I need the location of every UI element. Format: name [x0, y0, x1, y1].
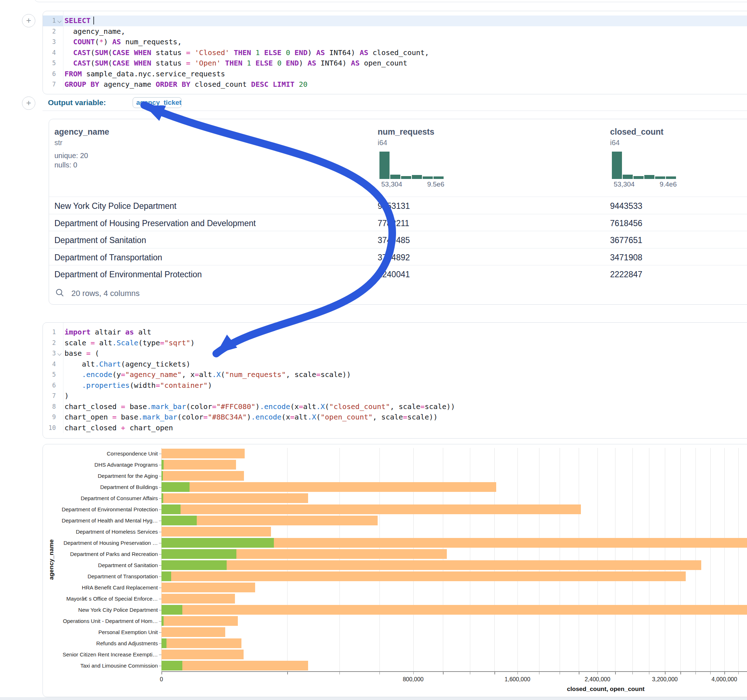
histogram-bar — [380, 152, 390, 179]
table-row[interactable]: Department of Environmental Protection22… — [49, 265, 747, 282]
chart-y-tick-label: Taxi and Limousine Commission — [50, 660, 158, 671]
chart-bar-open_count — [162, 616, 163, 626]
column-header-agency-name[interactable]: agency_name — [54, 127, 109, 137]
chart-bar-open_count — [162, 560, 227, 570]
previous-cell-edge — [34, 0, 747, 2]
chart-y-tick — [159, 632, 162, 633]
fold-spacer — [58, 73, 61, 75]
code-line[interactable]: 1SELECT — [43, 15, 747, 26]
code-line[interactable]: 3 COUNT(*) AS num_requests, — [43, 37, 747, 48]
chart-y-tick — [159, 465, 162, 465]
code-line[interactable]: 5 .encode(y="agency_name", x=alt.X("num_… — [43, 370, 747, 380]
chart-gridline — [649, 448, 649, 671]
code-line[interactable]: 7) — [43, 391, 747, 401]
chart-x-tick — [724, 672, 725, 674]
chart-bar-open_count — [162, 471, 163, 481]
chart-bar-open_count — [162, 549, 236, 559]
chart-x-tick — [470, 672, 470, 674]
chart-y-tick-label: Department for the Aging — [50, 470, 158, 481]
table-cell: 2240041 — [378, 270, 410, 279]
histogram-bar — [612, 152, 622, 179]
python-cell[interactable]: 1import altair as alt2scale = alt.Scale(… — [42, 322, 747, 439]
line-number: 5 — [43, 58, 56, 69]
sql-cell[interactable]: 1SELECT2 agency_name,3 COUNT(*) AS num_r… — [42, 11, 747, 94]
table-row[interactable]: Department of Sanitation37494853677651 — [49, 231, 747, 248]
code-line[interactable]: 2scale = alt.Scale(type="sqrt") — [43, 338, 747, 348]
table-cell: 3749485 — [378, 235, 410, 245]
histogram-bar — [655, 177, 665, 179]
chart-y-tick-label: Department of Health and Mental Hyg… — [50, 515, 158, 526]
chart-bar-open_count — [162, 493, 163, 503]
code-line[interactable]: 10chart_closed + chart_open — [43, 423, 747, 433]
add-cell-button-top[interactable]: + — [22, 14, 35, 27]
text-cursor — [93, 17, 94, 24]
histogram-bar — [644, 175, 655, 179]
chart-bar-open_count — [162, 504, 180, 514]
line-number: 9 — [43, 412, 56, 423]
code-line[interactable]: 6FROM sample_data.nyc.service_requests — [43, 69, 747, 80]
histogram-bar — [401, 176, 411, 179]
code-line[interactable]: 3base = ( — [43, 348, 747, 359]
code-line[interactable]: 2 agency_name, — [43, 26, 747, 37]
line-number: 6 — [43, 69, 56, 80]
code-line[interactable]: 7GROUP BY agency_name ORDER BY closed_co… — [43, 79, 747, 90]
code-line[interactable]: 8chart_closed = base.mark_bar(color="#FF… — [43, 401, 747, 412]
chart-gridline — [665, 448, 665, 671]
chart-bar-closed_count — [162, 482, 496, 492]
row-column-count: 20 rows, 4 columns — [71, 289, 140, 298]
fold-spacer — [58, 373, 61, 376]
chart-y-tick-label: Correspondence Unit — [50, 448, 158, 459]
search-icon[interactable] — [55, 288, 65, 297]
chart-y-tick — [159, 666, 162, 666]
chart-bar-open_count — [162, 460, 163, 470]
python-code-editor[interactable]: 1import altair as alt2scale = alt.Scale(… — [43, 323, 747, 433]
sql-code-editor[interactable]: 1SELECT2 agency_name,3 COUNT(*) AS num_r… — [43, 11, 747, 90]
table-cell: 3471908 — [610, 253, 643, 262]
column-header-num-requests[interactable]: num_requests — [378, 127, 434, 137]
chart-x-tick — [579, 672, 579, 674]
column-header-closed-count[interactable]: closed_count — [610, 127, 664, 137]
chart-y-tick — [159, 610, 162, 610]
chart-bar-closed_count — [162, 572, 686, 582]
chart-gridline — [380, 448, 380, 671]
fold-spacer — [58, 83, 61, 86]
code-line[interactable]: 4 alt.Chart(agency_tickets) — [43, 359, 747, 370]
line-number: 7 — [43, 79, 56, 90]
chart-x-tick — [539, 672, 540, 674]
histogram-bar — [666, 177, 676, 179]
chart-y-tick-label: Refunds and Adjustments — [50, 638, 158, 649]
chart-gridline — [680, 448, 681, 671]
output-variable-pill[interactable]: agency_tickets — [133, 97, 181, 108]
code-line[interactable]: 1import altair as alt — [43, 327, 747, 338]
table-row[interactable]: New York City Police Department945313194… — [49, 197, 747, 214]
code-line[interactable]: 6 .properties(width="container") — [43, 380, 747, 391]
table-row[interactable]: Department of Housing Preservation and D… — [49, 214, 747, 231]
code-line[interactable]: 5 CAST(SUM(CASE WHEN status = 'Open' THE… — [43, 58, 747, 69]
histogram-closed-count — [612, 152, 677, 179]
histogram-max-label: 9.5e6 — [380, 180, 444, 188]
chart-bar-open_count — [162, 605, 182, 615]
chart-gridline — [597, 448, 598, 671]
chart-bar-closed_count — [162, 560, 701, 570]
line-number: 3 — [43, 37, 56, 48]
add-cell-button-output[interactable]: + — [22, 97, 35, 110]
chart-y-tick — [159, 576, 162, 577]
chart-x-tick-label: 2,400,000 — [584, 676, 610, 683]
chart-y-tick-label: Operations Unit - Department of Hom… — [50, 616, 158, 626]
table-cell: Department of Environmental Protection — [54, 270, 202, 279]
chart-x-tick — [597, 672, 598, 674]
column-stat-nulls: nulls: 0 — [54, 161, 77, 169]
chart-bar-closed_count — [162, 650, 243, 660]
chart-bar-open_count — [162, 538, 274, 548]
chart-bar-open_count — [162, 482, 189, 492]
table-row[interactable]: Department of Transportation377489234719… — [49, 248, 747, 266]
code-line[interactable]: 4 CAST(SUM(CASE WHEN status = 'Closed' T… — [43, 48, 747, 58]
fold-spacer — [58, 62, 61, 65]
chart-y-tick — [159, 498, 162, 499]
code-line[interactable]: 9chart_open = base.mark_bar(color="#8BC3… — [43, 412, 747, 423]
chart-bar-open_count — [162, 638, 166, 649]
chart-bar-closed_count — [162, 661, 308, 671]
fold-chevron-icon[interactable] — [57, 352, 61, 355]
line-number: 1 — [43, 15, 56, 26]
chart-gridline — [632, 448, 633, 671]
